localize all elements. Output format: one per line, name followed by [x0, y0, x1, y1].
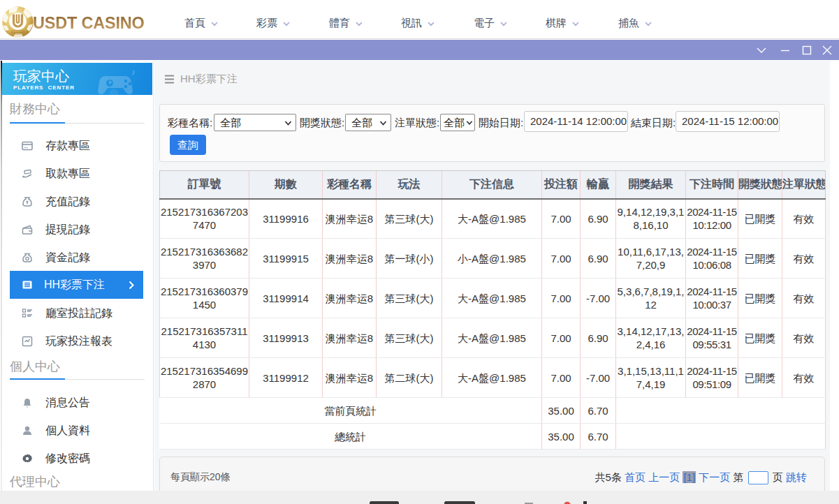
svg-text:CASINO: CASINO [11, 31, 24, 34]
